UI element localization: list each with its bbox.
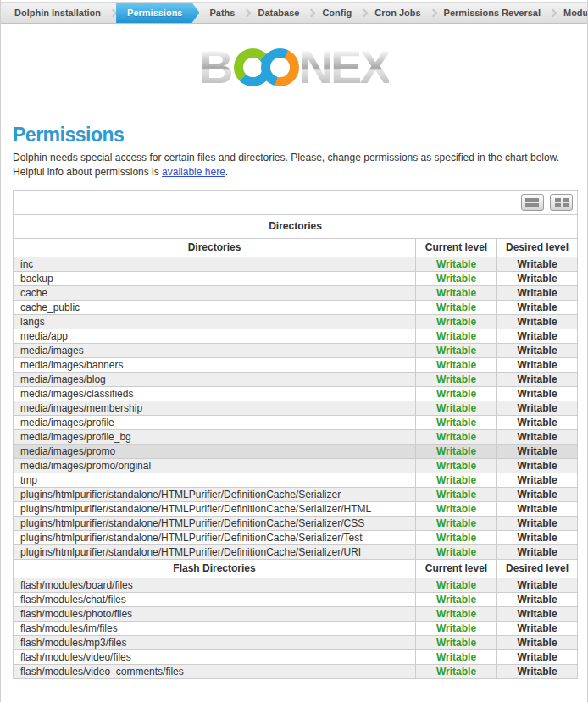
table-row: langsWritableWritable [14,314,578,329]
install-steps-nav: Dolphin InstallationPermissionsPathsData… [1,2,587,24]
directory-path-cell: media/images/membership [14,401,416,415]
desired-level-header: Desired level [497,238,578,257]
table-body: DirectoriesCurrent levelDesired levelinc… [14,238,578,678]
directory-path-cell: media/images [14,343,416,357]
current-level-cell: Writable [416,606,497,621]
permissions-table-wrap: Directories DirectoriesCurrent levelDesi… [13,190,575,679]
grid-view-icon [555,198,569,207]
step-tab-permissions-reversal[interactable]: Permissions Reversal [434,3,551,23]
directory-path-cell: media/images/promo [14,444,416,458]
table-row: plugins/htmlpurifier/standalone/HTMLPuri… [14,501,578,516]
directory-path-cell: media/images/promo/original [14,458,416,473]
table-row: media/appWritableWritable [14,329,578,343]
current-level-cell: Writable [416,649,497,664]
current-level-cell: Writable [416,271,497,285]
step-tab-dolphin-installation[interactable]: Dolphin Installation [4,3,111,23]
view-toolbar-row [14,190,578,214]
desired-level-cell: Writable [497,649,578,664]
step-tab-modules[interactable]: Modules [553,3,587,23]
intro-line1: Dolphin needs special access for certain… [13,152,559,163]
directory-path-cell: tmp [14,473,416,487]
table-row: plugins/htmlpurifier/standalone/HTMLPuri… [14,487,578,501]
desired-level-cell: Writable [497,415,578,429]
page-title: Permissions [13,124,587,146]
desired-level-cell: Writable [497,592,578,606]
current-level-cell: Writable [416,592,497,606]
current-level-cell: Writable [416,343,497,357]
current-level-cell: Writable [416,300,497,314]
logo-ring-blue-orange-icon [261,48,299,86]
available-here-link[interactable]: available here [162,166,225,178]
current-level-cell: Writable [416,415,497,429]
directory-path-cell: media/images/profile_bg [14,429,416,444]
logo-letter-b: B [199,43,230,91]
current-level-cell: Writable [416,429,497,444]
current-level-header: Current level [416,559,497,578]
step-tab-config[interactable]: Config [312,3,362,23]
table-row: media/images/profile_bgWritableWritable [14,429,578,444]
step-tab-permissions[interactable]: Permissions [116,3,199,23]
table-row: flash/modules/im/filesWritableWritable [14,621,578,635]
current-level-cell: Writable [416,372,497,386]
table-caption: Directories [14,214,578,238]
section-title-cell: Flash Directories [14,559,416,578]
desired-level-cell: Writable [497,257,578,271]
directory-path-cell: plugins/htmlpurifier/standalone/HTMLPuri… [14,487,416,501]
step-tab-cron-jobs[interactable]: Cron Jobs [364,3,430,23]
current-level-cell: Writable [416,635,497,649]
desired-level-cell: Writable [497,635,578,649]
current-level-cell: Writable [416,621,497,635]
intro-line2-prefix: Helpful info about permissions is [13,166,162,178]
list-view-button[interactable] [521,194,544,211]
table-row: media/images/blogWritableWritable [14,372,578,386]
directory-path-cell: cache_public [14,300,416,314]
desired-level-cell: Writable [497,664,578,678]
desired-level-cell: Writable [497,621,578,635]
table-row: plugins/htmlpurifier/standalone/HTMLPuri… [14,516,578,530]
desired-level-cell: Writable [497,386,578,401]
table-row: media/images/bannersWritableWritable [14,357,578,372]
directory-path-cell: flash/modules/chat/files [14,592,416,606]
desired-level-cell: Writable [497,578,578,592]
table-row: media/images/profileWritableWritable [14,415,578,429]
desired-level-cell: Writable [497,401,578,415]
view-toolbar-cell [14,190,578,214]
current-level-cell: Writable [416,473,497,487]
desired-level-cell: Writable [497,357,578,372]
directory-path-cell: flash/modules/video_comments/files [14,664,416,678]
step-tab-paths[interactable]: Paths [199,3,245,23]
logo-ring-hole [243,58,263,77]
desired-level-cell: Writable [497,429,578,444]
desired-level-cell: Writable [497,271,578,285]
table-row: backupWritableWritable [14,271,578,285]
directory-path-cell: media/images/profile [14,415,416,429]
intro-suffix: . [225,166,228,178]
desired-level-cell: Writable [497,343,578,357]
desired-level-cell: Writable [497,300,578,314]
current-level-cell: Writable [416,386,497,401]
directory-path-cell: flash/modules/im/files [14,621,416,635]
desired-level-cell: Writable [497,473,578,487]
current-level-cell: Writable [416,285,497,300]
current-level-cell: Writable [416,578,497,592]
table-row: plugins/htmlpurifier/standalone/HTMLPuri… [14,544,578,559]
desired-level-cell: Writable [497,458,578,473]
current-level-cell: Writable [416,664,497,678]
directory-path-cell: plugins/htmlpurifier/standalone/HTMLPuri… [14,501,416,516]
current-level-cell: Writable [416,257,497,271]
desired-level-cell: Writable [497,501,578,516]
table-row: flash/modules/chat/filesWritableWritable [14,592,578,606]
table-row: cacheWritableWritable [14,285,578,300]
table-row: incWritableWritable [14,257,578,271]
table-row: media/imagesWritableWritable [14,343,578,357]
desired-level-cell: Writable [497,314,578,329]
current-level-cell: Writable [416,530,497,544]
section-header-row: DirectoriesCurrent levelDesired level [14,238,578,257]
current-level-cell: Writable [416,516,497,530]
list-view-icon [525,198,539,207]
grid-view-button[interactable] [550,194,573,211]
step-tab-database[interactable]: Database [247,3,309,23]
desired-level-cell: Writable [497,487,578,501]
current-level-header: Current level [416,238,497,257]
desired-level-cell: Writable [497,516,578,530]
